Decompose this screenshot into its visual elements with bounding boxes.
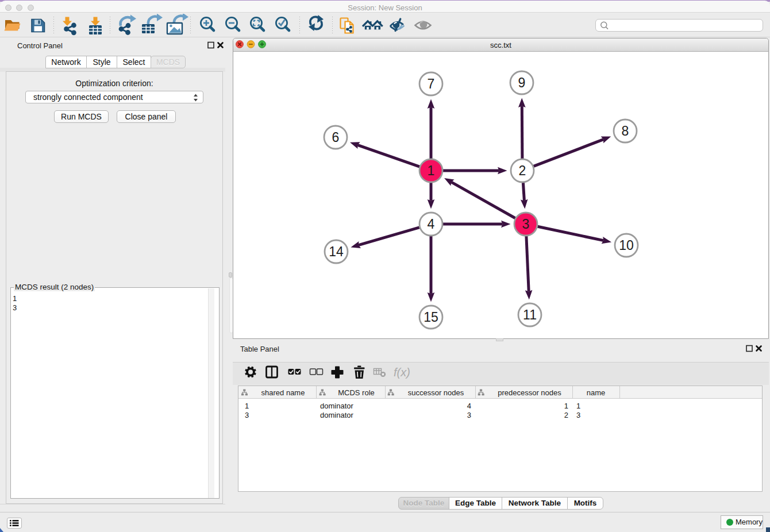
svg-text:3: 3: [522, 217, 530, 232]
svg-text:f(x): f(x): [394, 366, 410, 379]
svg-text:9: 9: [518, 75, 526, 90]
svg-text:2: 2: [519, 163, 526, 178]
svg-text:11: 11: [523, 307, 537, 322]
svg-text:15: 15: [424, 310, 438, 325]
svg-text:10: 10: [619, 238, 634, 253]
svg-text:7: 7: [428, 76, 435, 91]
svg-text:14: 14: [329, 244, 344, 259]
svg-text:8: 8: [622, 124, 629, 138]
svg-text:4: 4: [428, 217, 435, 232]
svg-text:1: 1: [428, 163, 435, 178]
svg-text:6: 6: [332, 130, 340, 145]
